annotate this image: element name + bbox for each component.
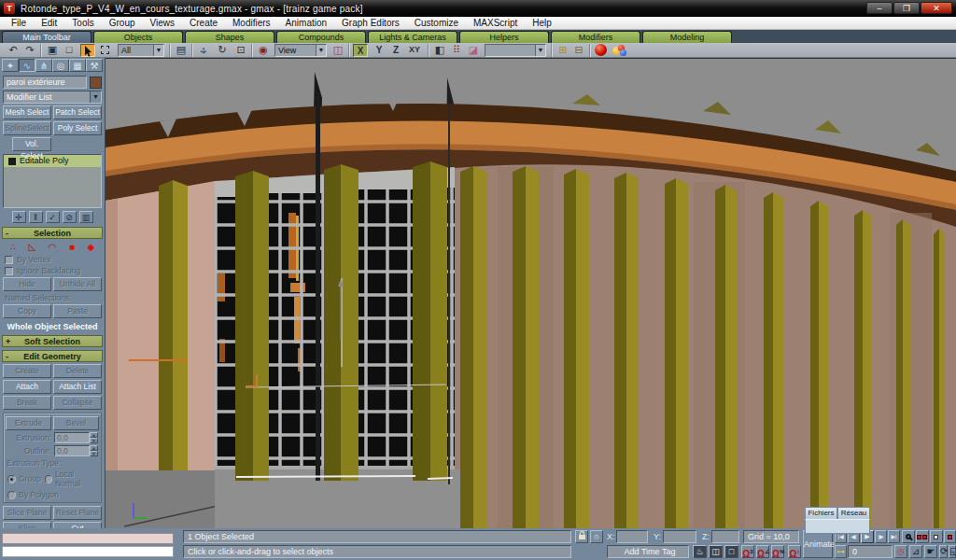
menu-views[interactable]: Views [143,17,183,30]
select-and-move-icon[interactable]: ↔↕ [196,44,211,57]
render-icon[interactable] [612,45,627,56]
attach-list-button[interactable]: Attach List [53,380,102,394]
reference-coordinate-dropdown[interactable]: View ▼ [274,44,327,57]
object-color-swatch[interactable] [90,77,102,89]
soft-selection-rollout-header[interactable]: + Soft Selection [2,335,103,347]
wireframe-toggle-icon[interactable]: ◫ [709,545,723,558]
stack-entry-editable-poly[interactable]: Editable Poly [4,155,101,167]
collapse-button[interactable]: Collapse [53,396,102,410]
select-by-name-icon[interactable]: ▤ [174,44,189,57]
redo-icon[interactable]: ↷ [22,44,37,57]
menu-maxscript[interactable]: MAXScript [466,17,525,30]
spinner-snap-icon[interactable]: Ω↕ [788,545,801,558]
go-to-end-icon[interactable]: ▶| [888,530,900,543]
patch-select-button[interactable]: Patch Select [53,105,102,119]
restrict-z-button[interactable]: Z [388,44,403,57]
tab-compounds[interactable]: Compounds [276,31,366,43]
time-configuration-icon[interactable]: ◷ [894,545,907,558]
minimize-button[interactable]: – [866,2,893,14]
zoom-icon[interactable] [902,530,915,543]
vertex-mode-icon[interactable]: ∴ [10,242,16,252]
pan-icon[interactable]: ☛ [924,545,937,558]
create-button[interactable]: Create [3,364,51,378]
slice-plane-button[interactable]: Slice Plane [3,506,51,520]
copy-button[interactable]: Copy [3,304,51,318]
zoom-extents-all-icon[interactable] [944,530,956,543]
select-and-scale-icon[interactable]: ⊡ [233,44,248,57]
current-frame-field[interactable]: 0 [848,545,893,558]
tab-main-toolbar[interactable]: Main Toolbar [2,31,91,43]
remove-modifier-icon[interactable]: ⊘ [63,211,77,223]
animate-button[interactable]: Animate [803,530,833,558]
mirror-icon[interactable]: ◧ [432,44,447,57]
y-coordinate-field[interactable] [663,530,696,543]
poly-select-button[interactable]: Poly Select [53,121,102,135]
selection-region-icon[interactable] [99,44,114,57]
reset-plane-button[interactable]: Reset Plane [53,506,102,520]
break-button[interactable]: Break [3,396,51,410]
extrusion-field[interactable]: 0,0 [54,432,90,443]
zoom-extents-icon[interactable] [930,530,943,543]
absolute-mode-icon[interactable]: ○ [590,530,603,543]
undo-icon[interactable]: ↶ [6,44,21,57]
tab-reseau[interactable]: Réseau [837,507,870,519]
polygon-mode-icon[interactable]: ■ [69,242,75,252]
modifier-stack-list[interactable]: Editable Poly [3,154,102,208]
element-mode-icon[interactable]: ◆ [88,242,95,252]
menu-create[interactable]: Create [182,17,225,30]
close-button[interactable]: ✕ [921,2,952,14]
array-icon[interactable]: ⠿ [449,44,464,57]
menu-edit[interactable]: Edit [34,17,64,30]
select-and-rotate-icon[interactable]: ↻ [215,44,230,57]
menu-group[interactable]: Group [102,17,143,30]
shaded-toggle-icon[interactable]: □ [724,545,738,558]
display-tab-icon[interactable]: ▦ [69,59,86,72]
material-editor-icon[interactable] [595,44,607,56]
delete-button[interactable]: Delete [53,364,102,378]
axis-constraint-icon[interactable]: ◫ [330,44,345,57]
edge-mode-icon[interactable]: ◺ [29,242,36,252]
add-time-tag[interactable]: Add Time Tag [607,545,689,558]
hierarchy-tab-icon[interactable]: ⋔ [35,59,52,72]
make-unique-icon[interactable]: ✓ [46,211,60,223]
unhide-all-button[interactable]: Unhide All [53,277,102,291]
restrict-y-button[interactable]: Y [372,44,387,57]
tab-lights-cameras[interactable]: Lights & Cameras [368,31,457,43]
x-coordinate-field[interactable] [616,530,648,543]
menu-file[interactable]: File [4,17,34,30]
chevron-down-icon[interactable]: ▼ [316,45,326,56]
mesh-select-button[interactable]: Mesh Select [3,105,51,119]
chevron-down-icon[interactable]: ▼ [535,45,545,56]
motion-tab-icon[interactable]: ◎ [52,59,69,72]
next-frame-icon[interactable]: |▶ [875,530,887,543]
extrude-button[interactable]: Extrude [6,416,51,430]
maxscript-listener-line[interactable] [2,546,174,557]
menu-animation[interactable]: Animation [278,17,334,30]
create-tab-icon[interactable]: ✦ [2,59,19,72]
modifier-list-dropdown[interactable]: Modifier List ▼ [3,91,102,104]
zoom-all-icon[interactable] [916,530,929,543]
maximize-button[interactable]: ❐ [893,2,920,14]
named-selection-sets-dropdown[interactable]: ▼ [485,44,546,57]
z-coordinate-field[interactable] [711,530,739,543]
align-icon[interactable]: ◪ [466,44,481,57]
tab-shapes[interactable]: Shapes [185,31,274,43]
spline-select-button[interactable]: SplineSelect [3,121,51,135]
outline-spinner[interactable]: ▲▼ [90,445,98,456]
chevron-down-icon[interactable]: ▼ [90,91,101,103]
menu-help[interactable]: Help [525,17,559,30]
restrict-x-button[interactable]: X [353,44,368,57]
curve-editor-icon[interactable]: ⊟ [571,44,586,57]
title-bar[interactable]: T Rotonde_type_P_V4_W_en_cours_texturage… [0,0,956,17]
arc-rotate-icon[interactable]: ⟳ [939,545,948,558]
border-mode-icon[interactable]: ◠ [49,242,57,252]
group-radio[interactable] [7,475,16,483]
tab-helpers[interactable]: Helpers [459,31,549,43]
menu-customize[interactable]: Customize [407,17,466,30]
perspective-viewport[interactable] [105,58,956,528]
outline-field[interactable]: 0,0 [54,445,90,456]
selection-rollout-header[interactable]: - Selection [2,227,103,239]
vol-select-button[interactable]: Vol. Select [12,137,51,151]
snap-toggle-icon[interactable]: Ω3 [741,545,754,558]
configure-modifier-sets-icon[interactable]: ▥ [79,211,93,223]
